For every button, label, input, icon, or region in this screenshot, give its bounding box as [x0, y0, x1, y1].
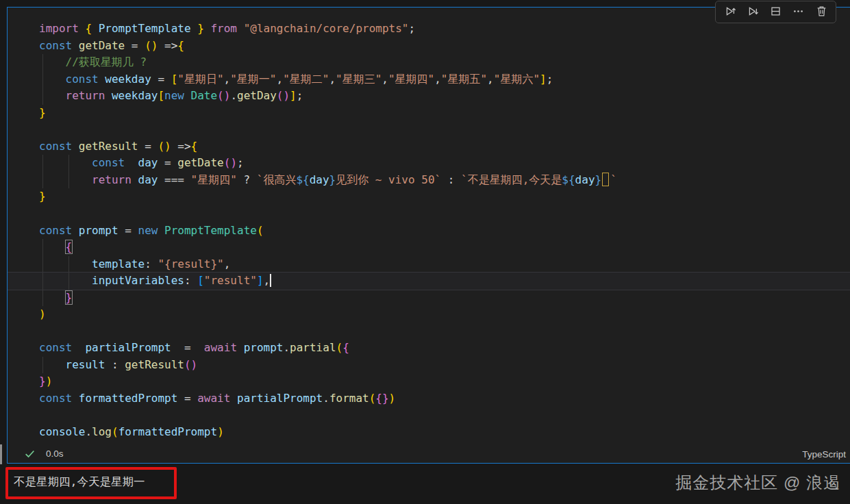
code-token: =: [158, 156, 177, 169]
execute-above-button[interactable]: [722, 5, 738, 21]
code-line[interactable]: const partialPrompt = await prompt.parti…: [8, 340, 850, 357]
code-token: ,: [224, 73, 231, 86]
code-line[interactable]: //获取星期几 ?: [8, 54, 850, 71]
code-token: {: [177, 39, 184, 52]
code-line[interactable]: ): [8, 306, 850, 323]
code-token: const: [39, 39, 79, 52]
code-token: :: [184, 274, 197, 287]
indent-guide: [42, 357, 43, 374]
code-token: day: [138, 156, 158, 169]
code-token: {: [191, 140, 198, 153]
code-line[interactable]: [8, 407, 850, 425]
code-token: [: [197, 274, 204, 287]
code-line[interactable]: const day = getDate();: [8, 155, 850, 172]
code-line[interactable]: return weekday[new Date().getDay()];: [8, 88, 850, 105]
code-token: day: [310, 173, 329, 186]
delete-cell-button[interactable]: [813, 5, 829, 21]
code-token: {: [342, 341, 349, 354]
code-token: console: [39, 425, 85, 438]
cell-output-zone: 不是星期四,今天是星期一 掘金技术社区 @ 浪遏: [0, 464, 850, 504]
code-token: ${: [562, 173, 575, 186]
code-line[interactable]: template: "{result}",: [8, 256, 850, 273]
code-token: template: [92, 257, 145, 270]
code-token: .: [323, 392, 329, 405]
split-cell-icon: [770, 5, 782, 20]
code-token: weekday: [112, 89, 158, 102]
code-line[interactable]: const weekday = ["星期日","星期一","星期二","星期三"…: [8, 71, 850, 88]
code-line[interactable]: const getDate = () =>{: [8, 38, 850, 55]
code-token: (): [158, 140, 171, 153]
code-line[interactable]: [8, 121, 850, 138]
execute-above-icon: [725, 5, 736, 20]
code-line[interactable]: }: [8, 188, 850, 205]
code-line[interactable]: const getResult = () =>{: [8, 138, 850, 155]
code-token: .: [230, 89, 237, 102]
code-token: ;: [237, 156, 244, 169]
code-token: await: [204, 341, 244, 354]
code-token: =: [118, 224, 138, 237]
code-line[interactable]: return day === "星期四" ? `很高兴${day}见到你 ~ v…: [8, 172, 850, 189]
code-editor[interactable]: import { PromptTemplate } from "@langcha…: [8, 21, 850, 441]
code-line[interactable]: result : getResult(): [8, 357, 850, 374]
code-line[interactable]: }: [8, 105, 850, 122]
code-token: :: [105, 358, 125, 371]
code-token: ,: [487, 73, 494, 86]
code-token: day: [138, 173, 158, 186]
code-line[interactable]: console.log(formattedPrompt): [8, 424, 850, 441]
code-token: getDate: [177, 156, 223, 169]
code-line[interactable]: inputVariables: ["result"],: [8, 273, 850, 290]
code-token: ;: [408, 22, 415, 35]
code-token: (): [277, 89, 290, 102]
code-token: [39, 274, 92, 287]
code-token: ]: [257, 274, 264, 287]
code-line[interactable]: }: [8, 290, 850, 307]
code-line[interactable]: [8, 323, 850, 340]
code-token: prompt: [244, 341, 284, 354]
code-token: new: [138, 224, 165, 237]
code-token: (): [217, 89, 230, 102]
code-token: (): [184, 358, 197, 371]
code-token: [39, 257, 92, 270]
cell-language-badge[interactable]: TypeScript: [802, 449, 846, 459]
code-token: "{result}": [158, 257, 223, 270]
code-token: "星期六": [494, 73, 540, 86]
more-actions-button[interactable]: [790, 5, 807, 21]
scrollbar-fragment[interactable]: [0, 444, 2, 466]
code-token: const: [39, 224, 79, 237]
code-line[interactable]: {: [8, 239, 850, 256]
code-line[interactable]: [8, 205, 850, 223]
code-token: ,: [382, 73, 388, 86]
code-token: ${: [296, 173, 309, 186]
indent-guide: [68, 273, 69, 290]
code-token: }: [595, 173, 602, 186]
text-cursor: [270, 274, 271, 287]
code-token: inputVariables: [92, 274, 184, 287]
indent-guide: [42, 71, 43, 88]
split-cell-button[interactable]: [768, 5, 784, 21]
code-token: getDate: [79, 39, 125, 52]
code-token: :: [441, 173, 461, 186]
code-token: return: [66, 89, 112, 102]
indent-guide: [42, 155, 43, 172]
code-token: ]: [290, 89, 297, 102]
code-token: }: [66, 291, 73, 304]
code-token: "星期五": [441, 73, 487, 86]
code-token: 见到你 ~ vivo 50`: [336, 173, 441, 186]
code-token: [: [171, 73, 178, 86]
execute-below-button[interactable]: [745, 5, 761, 21]
indent-guide: [42, 273, 43, 290]
success-check-icon: [24, 448, 36, 459]
code-token: }: [39, 106, 46, 119]
notebook-cell[interactable]: import { PromptTemplate } from "@langcha…: [7, 7, 850, 464]
code-line[interactable]: const prompt = new PromptTemplate(: [8, 223, 850, 240]
code-line[interactable]: }): [8, 373, 850, 390]
code-token: {: [66, 240, 73, 253]
execute-below-icon: [747, 5, 759, 20]
code-token: const: [39, 341, 85, 354]
code-token: ;: [297, 89, 303, 102]
indent-guide: [68, 256, 69, 273]
code-lines: import { PromptTemplate } from "@langcha…: [8, 21, 850, 441]
code-line[interactable]: const formattedPrompt = await partialPro…: [8, 390, 850, 407]
code-token: from: [204, 22, 244, 35]
code-token: [39, 156, 92, 169]
